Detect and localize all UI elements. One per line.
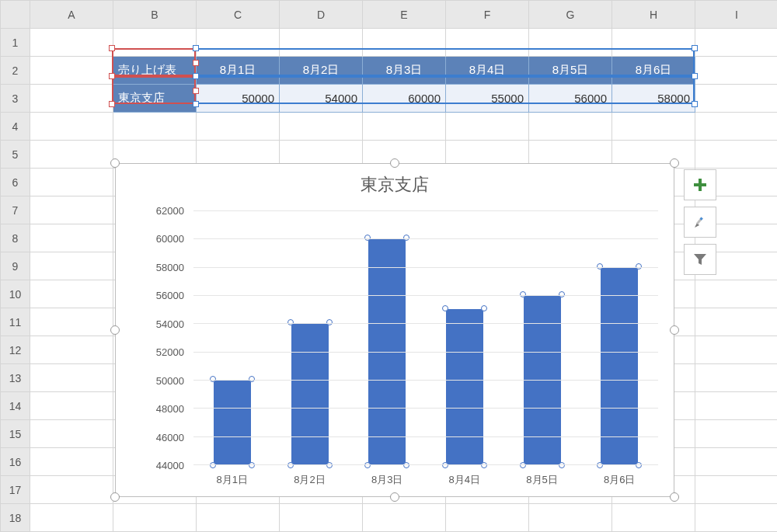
- chart-styles-button[interactable]: [684, 207, 716, 238]
- cell[interactable]: [529, 504, 612, 532]
- col-header[interactable]: D: [280, 1, 363, 29]
- row-header[interactable]: 8: [1, 224, 30, 252]
- cell[interactable]: [695, 392, 778, 420]
- cell[interactable]: [30, 169, 113, 196]
- cell[interactable]: 東京支店: [113, 85, 197, 113]
- cell[interactable]: [363, 113, 446, 141]
- cell[interactable]: [30, 141, 113, 169]
- cell[interactable]: [30, 420, 113, 448]
- cell[interactable]: 8月5日: [529, 57, 612, 85]
- chart-resize-handle[interactable]: [390, 492, 399, 502]
- cell[interactable]: [695, 476, 778, 504]
- chart-plot-area[interactable]: 4400046000480005000052000540005600058000…: [147, 210, 658, 465]
- row-header[interactable]: 5: [1, 141, 30, 169]
- select-all-corner[interactable]: [1, 1, 30, 29]
- cell[interactable]: [30, 224, 113, 252]
- row-header[interactable]: 13: [1, 364, 30, 392]
- row-header[interactable]: 10: [1, 280, 30, 308]
- cell[interactable]: [280, 113, 363, 141]
- selection-handle[interactable]: [109, 45, 115, 51]
- row-header[interactable]: 3: [1, 85, 30, 113]
- row-header[interactable]: 4: [1, 113, 30, 141]
- cell[interactable]: [695, 113, 778, 141]
- cell[interactable]: [280, 29, 363, 57]
- selection-handle[interactable]: [109, 101, 115, 107]
- cell[interactable]: [30, 280, 113, 308]
- cell[interactable]: 8月2日: [280, 57, 363, 85]
- cell[interactable]: [197, 113, 280, 141]
- cell[interactable]: [30, 252, 113, 280]
- col-header[interactable]: C: [197, 1, 280, 29]
- cell[interactable]: [529, 29, 612, 57]
- cell[interactable]: [695, 29, 778, 57]
- row-header[interactable]: 16: [1, 448, 30, 476]
- cell[interactable]: [30, 392, 113, 420]
- cell[interactable]: [113, 504, 197, 532]
- row-header[interactable]: 7: [1, 196, 30, 224]
- selection-handle[interactable]: [193, 73, 199, 79]
- selection-handle[interactable]: [193, 88, 199, 94]
- cell[interactable]: [612, 504, 695, 532]
- bar[interactable]: [601, 267, 638, 464]
- cell[interactable]: [695, 280, 778, 308]
- cell[interactable]: [363, 504, 446, 532]
- cell[interactable]: [197, 504, 280, 532]
- selection-handle[interactable]: [692, 73, 698, 79]
- cell[interactable]: [695, 364, 778, 392]
- cell[interactable]: [695, 420, 778, 448]
- cell[interactable]: [446, 504, 529, 532]
- cell[interactable]: 8月1日: [197, 57, 280, 85]
- cell[interactable]: [30, 113, 113, 141]
- row-header[interactable]: 9: [1, 252, 30, 280]
- chart-filters-button[interactable]: [684, 244, 716, 275]
- chart-resize-handle[interactable]: [110, 158, 120, 168]
- cell[interactable]: 60000: [363, 85, 446, 113]
- selection-handle[interactable]: [109, 73, 115, 79]
- embedded-chart[interactable]: 東京支店 44000460004800050000520005400056000…: [115, 163, 674, 497]
- col-header[interactable]: A: [30, 1, 113, 29]
- cell[interactable]: [30, 476, 113, 504]
- cell[interactable]: [30, 196, 113, 224]
- chart-resize-handle[interactable]: [110, 325, 120, 335]
- row-header[interactable]: 18: [1, 504, 30, 532]
- bar[interactable]: [214, 380, 251, 464]
- cell[interactable]: [30, 29, 113, 57]
- cell[interactable]: [197, 29, 280, 57]
- cell[interactable]: 50000: [197, 85, 280, 113]
- cell[interactable]: 8月3日: [363, 57, 446, 85]
- bar[interactable]: [291, 323, 329, 464]
- row-header[interactable]: 14: [1, 392, 30, 420]
- cell[interactable]: 8月6日: [612, 57, 695, 85]
- row-header[interactable]: 15: [1, 420, 30, 448]
- cell[interactable]: [446, 29, 529, 57]
- selection-handle[interactable]: [692, 101, 698, 107]
- chart-bars[interactable]: [193, 210, 658, 464]
- cell[interactable]: [30, 504, 113, 532]
- chart-resize-handle[interactable]: [670, 158, 679, 168]
- row-header[interactable]: 17: [1, 476, 30, 504]
- cell[interactable]: [695, 308, 778, 336]
- cell[interactable]: [695, 141, 778, 169]
- cell[interactable]: [30, 85, 113, 113]
- cell[interactable]: [30, 57, 113, 85]
- cell[interactable]: 54000: [280, 85, 363, 113]
- chart-resize-handle[interactable]: [670, 325, 679, 335]
- cell[interactable]: [446, 113, 529, 141]
- chart-elements-button[interactable]: [684, 169, 716, 200]
- cell[interactable]: [695, 504, 778, 532]
- cell[interactable]: [30, 364, 113, 392]
- row-header[interactable]: 11: [1, 308, 30, 336]
- cell[interactable]: [30, 308, 113, 336]
- row-header[interactable]: 2: [1, 57, 30, 85]
- cell[interactable]: 58000: [612, 85, 695, 113]
- cell[interactable]: [695, 336, 778, 364]
- cell[interactable]: [612, 113, 695, 141]
- cell[interactable]: 56000: [529, 85, 612, 113]
- cell[interactable]: [113, 29, 197, 57]
- cell[interactable]: [30, 336, 113, 364]
- chart-title[interactable]: 東京支店: [116, 164, 674, 201]
- cell[interactable]: 売り上げ表: [113, 57, 197, 85]
- cell[interactable]: [280, 504, 363, 532]
- chart-resize-handle[interactable]: [670, 492, 679, 502]
- col-header[interactable]: E: [363, 1, 446, 29]
